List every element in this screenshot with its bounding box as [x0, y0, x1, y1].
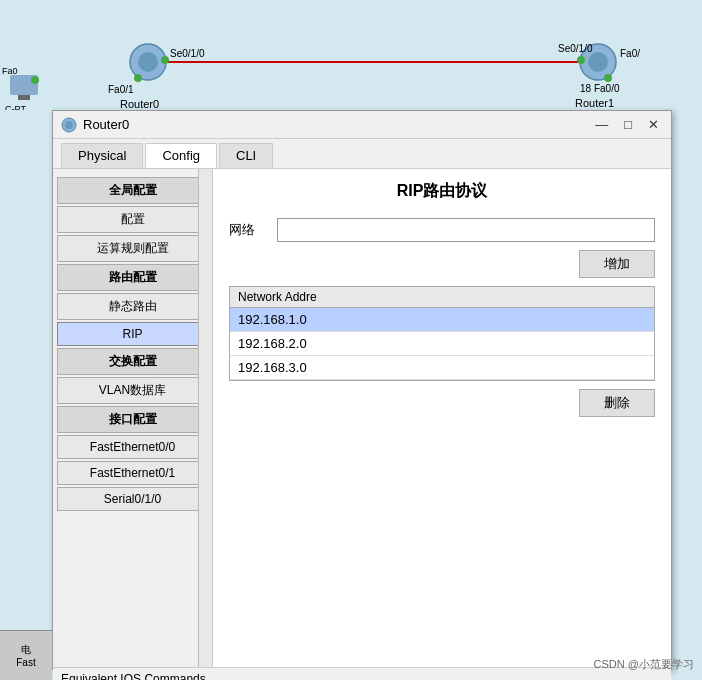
- sidebar-item-quanju[interactable]: 全局配置: [57, 177, 208, 204]
- table-row[interactable]: 192.168.2.0: [230, 332, 654, 356]
- svg-point-4: [161, 56, 169, 64]
- sidebar-item-peizhi[interactable]: 配置: [57, 206, 208, 233]
- sidebar-item-jingtai[interactable]: 静态路由: [57, 293, 208, 320]
- table-row[interactable]: 192.168.3.0: [230, 356, 654, 380]
- watermark: CSDN @小范要学习: [594, 657, 694, 672]
- network-input[interactable]: [277, 218, 655, 242]
- svg-text:18 Fa0/0: 18 Fa0/0: [580, 83, 620, 94]
- sidebar-item-jiekou[interactable]: 接口配置: [57, 406, 208, 433]
- router-icon: [61, 117, 77, 133]
- close-button[interactable]: ✕: [644, 118, 663, 131]
- tabs-bar: Physical Config CLI: [53, 139, 671, 169]
- svg-text:C-PT: C-PT: [5, 104, 26, 110]
- tab-config[interactable]: Config: [145, 143, 217, 168]
- bottom-label-2: Fast: [16, 657, 35, 668]
- network-label: 网络: [229, 221, 269, 239]
- tab-physical[interactable]: Physical: [61, 143, 143, 168]
- maximize-button[interactable]: □: [620, 118, 636, 131]
- ios-label: Equivalent IOS Commands: [53, 668, 671, 680]
- bottom-label-1: 电: [21, 643, 31, 657]
- svg-point-12: [604, 74, 612, 82]
- delete-button[interactable]: 删除: [579, 389, 655, 417]
- svg-text:Fa0/: Fa0/: [620, 48, 640, 59]
- svg-text:Se0/1/0: Se0/1/0: [558, 43, 593, 54]
- svg-point-10: [588, 52, 608, 72]
- topology-area: Se0/1/0 Fa0/1 Router0 Se0/1/0 Fa0/ 18 Fa…: [0, 0, 702, 110]
- network-form-row: 网络: [229, 218, 655, 242]
- window-title: Router0: [83, 117, 129, 132]
- svg-rect-18: [18, 95, 30, 100]
- table-header: Network Addre: [230, 287, 654, 308]
- window-controls: — □ ✕: [591, 118, 663, 131]
- svg-text:Fa0/1: Fa0/1: [108, 84, 134, 95]
- ios-panel: Equivalent IOS Commands Router(config)#i…: [53, 667, 671, 680]
- titlebar: Router0 — □ ✕: [53, 111, 671, 139]
- svg-point-11: [577, 56, 585, 64]
- tab-cli[interactable]: CLI: [219, 143, 273, 168]
- bottom-left-panel: 电 Fast: [0, 630, 52, 680]
- sidebar-item-luyou[interactable]: 路由配置: [57, 264, 208, 291]
- panel-title: RIP路由协议: [229, 181, 655, 202]
- svg-point-24: [65, 121, 73, 129]
- sidebar-item-serial[interactable]: Serial0/1/0: [57, 487, 208, 511]
- sidebar-item-fa00[interactable]: FastEthernet0/0: [57, 435, 208, 459]
- main-panel: RIP路由协议 网络 增加 Network Addre 192.168.1.0 …: [213, 169, 671, 667]
- sidebar-item-fa01[interactable]: FastEthernet0/1: [57, 461, 208, 485]
- add-button[interactable]: 增加: [579, 250, 655, 278]
- sidebar-item-jiaohuan[interactable]: 交换配置: [57, 348, 208, 375]
- svg-point-3: [138, 52, 158, 72]
- minimize-button[interactable]: —: [591, 118, 612, 131]
- content-area: 全局配置 配置 运算规则配置 路由配置 静态路由 RIP 交换配置 VLAN数据…: [53, 169, 671, 667]
- sidebar-item-vlan[interactable]: VLAN数据库: [57, 377, 208, 404]
- svg-text:Router0: Router0: [120, 98, 159, 110]
- svg-text:Fa0: Fa0: [2, 66, 18, 76]
- sidebar-item-yunsuan[interactable]: 运算规则配置: [57, 235, 208, 262]
- sidebar-scrollbar[interactable]: [198, 169, 212, 667]
- svg-text:Se0/1/0: Se0/1/0: [170, 48, 205, 59]
- title-left: Router0: [61, 117, 129, 133]
- svg-text:Router1: Router1: [575, 97, 614, 109]
- router-window: Router0 — □ ✕ Physical Config CLI 全局配置 配…: [52, 110, 672, 670]
- table-row[interactable]: 192.168.1.0: [230, 308, 654, 332]
- network-table: Network Addre 192.168.1.0 192.168.2.0 19…: [229, 286, 655, 381]
- sidebar: 全局配置 配置 运算规则配置 路由配置 静态路由 RIP 交换配置 VLAN数据…: [53, 169, 213, 667]
- sidebar-item-rip[interactable]: RIP: [57, 322, 208, 346]
- svg-point-5: [134, 74, 142, 82]
- svg-point-21: [31, 76, 39, 84]
